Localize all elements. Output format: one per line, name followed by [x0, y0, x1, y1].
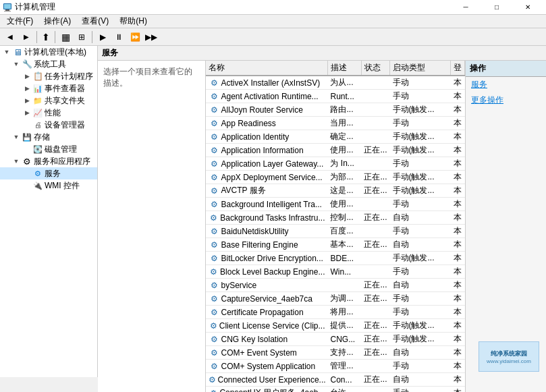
toolbar-play[interactable]: ▶ — [95, 30, 110, 45]
service-logon: 本 — [451, 144, 465, 157]
event-viewer-icon: 📊 — [32, 83, 43, 94]
col-desc[interactable]: 描述 — [327, 61, 361, 76]
service-status: 正在... — [361, 171, 389, 184]
service-status — [361, 252, 389, 265]
table-row[interactable]: ⚙ Application Identity 确定... 手动(触发... 本 — [206, 130, 464, 144]
service-desc: 基本... — [327, 238, 361, 252]
service-startup: 手动 — [390, 306, 451, 319]
services-table-container[interactable]: 名称 描述 状态 启动类型 登 ⚙ ActiveX Installer (AxI… — [206, 61, 465, 392]
service-desc: 这是... — [327, 184, 361, 198]
toolbar-back[interactable]: ◀ — [3, 30, 18, 45]
storage-expand[interactable]: ▼ — [11, 132, 22, 142]
table-row[interactable]: ⚙ Certificate Propagation 将用... 手动 本 — [206, 306, 464, 319]
svg-rect-2 — [4, 11, 11, 11]
menu-view[interactable]: 查看(V) — [76, 14, 114, 28]
minimize-button[interactable]: ─ — [450, 0, 481, 15]
service-startup: 手动 — [390, 157, 451, 171]
toolbar-pause[interactable]: ⏩ — [128, 30, 142, 45]
tree-disk-mgmt[interactable]: ▶ 💽 磁盘管理 — [0, 143, 97, 155]
system-tools-expand[interactable]: ▼ — [11, 59, 22, 69]
table-row[interactable]: ⚙ Block Level Backup Engine... Win... 手动… — [206, 265, 464, 279]
menu-help[interactable]: 帮助(H) — [114, 14, 153, 28]
action-item-1[interactable]: 更多操作 — [466, 92, 546, 108]
performance-expand[interactable]: ▶ — [22, 107, 32, 118]
action-item-0[interactable]: 服务 — [466, 77, 546, 92]
toolbar-stop[interactable]: ⏸ — [111, 30, 126, 45]
tree-storage[interactable]: ▼ 💾 存储 — [0, 131, 97, 143]
tree-event-viewer[interactable]: ▶ 📊 事件查看器 — [0, 82, 97, 94]
services-apps-expand[interactable]: ▼ — [11, 156, 22, 167]
service-desc: 使用... — [327, 144, 361, 157]
service-name: Application Information — [221, 146, 303, 155]
col-logon[interactable]: 登 — [451, 61, 465, 76]
service-logon: 本 — [451, 346, 465, 360]
table-row[interactable]: ⚙ App Readiness 当用... 手动 本 — [206, 117, 464, 130]
svg-rect-3 — [4, 4, 11, 9]
maximize-button[interactable]: □ — [481, 0, 512, 15]
tree-performance[interactable]: ▶ 📈 性能 — [0, 107, 97, 119]
table-row[interactable]: ⚙ ConsentUX 用户服务_4aeb... 允许... 手动 本 — [206, 387, 464, 393]
toolbar-up[interactable]: ⬆ — [40, 30, 52, 45]
toolbar-new-window[interactable]: ⊞ — [74, 30, 89, 45]
service-status: 正在... — [361, 333, 389, 346]
col-status[interactable]: 状态 — [361, 61, 389, 76]
service-status: 正在... — [361, 279, 389, 292]
table-row[interactable]: ⚙ Agent Activation Runtime... Runt... 手动… — [206, 90, 464, 103]
service-name: Client License Service (Clip... — [219, 321, 325, 331]
table-row[interactable]: ⚙ AllJoyn Router Service 路由... 手动(触发... … — [206, 103, 464, 117]
table-row[interactable]: ⚙ CaptureService_4aeb7ca 为调... 正在... 手动 … — [206, 292, 464, 306]
table-row[interactable]: ⚙ Application Information 使用... 正在... 手动… — [206, 144, 464, 157]
toolbar: ◀ ▶ ⬆ ▦ ⊞ ▶ ⏸ ⏩ ▶▶ — [0, 28, 546, 46]
service-startup: 手动 — [390, 90, 451, 103]
service-startup: 手动 — [390, 198, 451, 211]
toolbar-show-hide[interactable]: ▦ — [58, 30, 73, 45]
table-row[interactable]: ⚙ ActiveX Installer (AxInstSV) 为从... 手动 … — [206, 76, 464, 90]
shared-folders-expand[interactable]: ▶ — [22, 95, 32, 106]
table-row[interactable]: ⚙ BitLocker Drive Encryption... BDE... 手… — [206, 252, 464, 265]
service-icon: ⚙ — [209, 132, 219, 142]
event-viewer-expand[interactable]: ▶ — [22, 83, 32, 94]
service-logon: 本 — [451, 184, 465, 198]
col-name[interactable]: 名称 — [206, 61, 327, 76]
table-row[interactable]: ⚙ COM+ Event System 支持... 正在... 自动 本 — [206, 346, 464, 360]
service-desc: 提供... — [327, 319, 361, 333]
service-name: ConsentUX 用户服务_4aeb... — [219, 387, 325, 392]
menu-file[interactable]: 文件(F) — [1, 14, 38, 28]
table-row[interactable]: ⚙ Client License Service (Clip... 提供... … — [206, 319, 464, 333]
close-button[interactable]: ✕ — [512, 0, 543, 15]
toolbar-restart[interactable]: ▶▶ — [144, 30, 159, 45]
service-logon: 本 — [451, 252, 465, 265]
tree-services[interactable]: ▶ ⚙ 服务 — [0, 167, 97, 179]
table-row[interactable]: ⚙ Connected User Experience... Con... 正在… — [206, 373, 464, 387]
tree-task-scheduler[interactable]: ▶ 📋 任务计划程序 — [0, 70, 97, 82]
table-row[interactable]: ⚙ CNG Key Isolation CNG... 正在... 手动(触发..… — [206, 333, 464, 346]
service-logon: 本 — [451, 292, 465, 306]
tree-system-tools[interactable]: ▼ 🔧 系统工具 — [0, 58, 97, 70]
actions-header: 操作 — [466, 61, 546, 77]
tree-device-manager[interactable]: ▶ 🖨 设备管理器 — [0, 119, 97, 131]
table-row[interactable]: ⚙ byService 正在... 自动 本 — [206, 279, 464, 292]
table-row[interactable]: ⚙ Background Tasks Infrastru... 控制... 正在… — [206, 211, 464, 225]
table-row[interactable]: ⚙ Application Layer Gateway... 为 In... 手… — [206, 157, 464, 171]
table-row[interactable]: ⚙ Base Filtering Engine 基本... 正在... 自动 本 — [206, 238, 464, 252]
task-scheduler-expand[interactable]: ▶ — [22, 71, 32, 82]
toolbar-sep1 — [36, 31, 37, 43]
table-row[interactable]: ⚙ BaiduNetdiskUtility 百度... 手动 本 — [206, 225, 464, 238]
table-row[interactable]: ⚙ AVCTP 服务 这是... 正在... 手动(触发... 本 — [206, 184, 464, 198]
tree-root[interactable]: ▼ 🖥 计算机管理(本地) — [0, 46, 97, 58]
tree-services-apps[interactable]: ▼ ⚙ 服务和应用程序 — [0, 155, 97, 167]
service-name: Background Intelligent Tra... — [221, 200, 321, 209]
table-row[interactable]: ⚙ AppX Deployment Service... 为部... 正在...… — [206, 171, 464, 184]
service-startup: 手动(触发... — [390, 252, 451, 265]
toolbar-forward[interactable]: ▶ — [19, 30, 34, 45]
tree-shared-folders[interactable]: ▶ 📁 共享文件夹 — [0, 94, 97, 107]
service-status — [361, 225, 389, 238]
tree-root-expand[interactable]: ▼ — [1, 47, 12, 57]
table-row[interactable]: ⚙ Background Intelligent Tra... 使用... 手动… — [206, 198, 464, 211]
tree-wmi[interactable]: ▶ 🔌 WMI 控件 — [0, 179, 97, 192]
menu-action[interactable]: 操作(A) — [38, 14, 76, 28]
service-startup: 手动(触发... — [390, 103, 451, 117]
col-startup[interactable]: 启动类型 — [390, 61, 451, 76]
description-text: 选择一个项目来查看它的描述。 — [103, 67, 192, 88]
table-row[interactable]: ⚙ COM+ System Application 管理... 手动 本 — [206, 360, 464, 373]
